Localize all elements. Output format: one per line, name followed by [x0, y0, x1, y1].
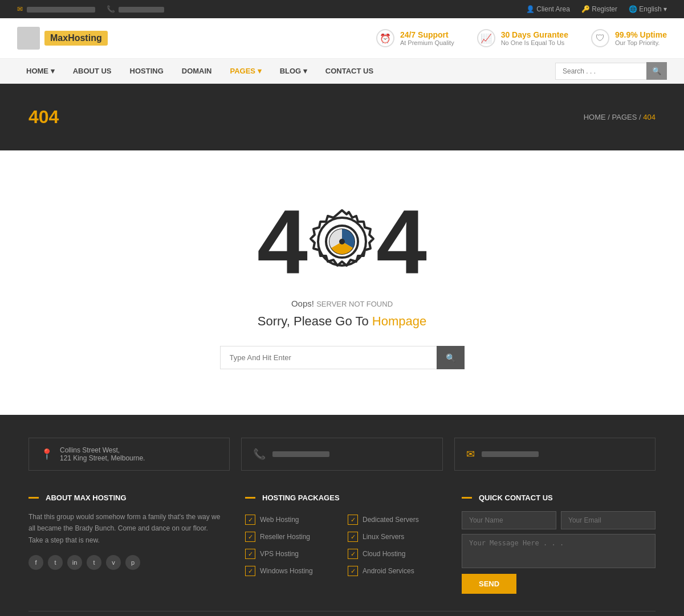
footer-bottom: © Maxhosting 2016. All Rights Reserved — [28, 611, 656, 616]
top-phone: 📞 — [107, 5, 165, 13]
hosting-list-col1: Web Hosting Reseller Hosting VPS Hosting… — [245, 511, 336, 580]
social-pinterest[interactable]: p — [125, 555, 140, 570]
footer-columns: ABOUT MAX HOSTING That this group would … — [28, 493, 656, 594]
nav-home[interactable]: HOME ▾ — [17, 59, 64, 83]
hero-banner: 404 HOME / PAGES / 404 — [0, 84, 684, 150]
nav-search: 🔍 — [555, 62, 667, 80]
hero-title: 404 — [28, 107, 59, 128]
homepage-link[interactable]: Hompage — [372, 314, 426, 328]
client-area-link[interactable]: 👤 Client Area — [526, 5, 570, 13]
list-item[interactable]: Web Hosting — [245, 511, 336, 528]
error-search-input[interactable] — [220, 346, 437, 369]
feature-support: ⏰ 24/7 Support At Premium Quality — [376, 29, 454, 47]
error-search-box: 🔍 — [17, 346, 667, 369]
error-search-button[interactable]: 🔍 — [437, 346, 465, 369]
nav-blog[interactable]: BLOG ▾ — [271, 59, 316, 83]
register-link[interactable]: 🔑 Register — [581, 5, 617, 13]
contact-message-input[interactable] — [462, 534, 656, 568]
search-input[interactable] — [555, 63, 646, 80]
contact-name-email-row — [462, 511, 656, 529]
footer-contact-row: 📍 Collins Street West, 121 King Street, … — [28, 438, 656, 471]
list-item[interactable]: Android Services — [348, 562, 439, 580]
feature-uptime-text: 99.9% Uptime Our Top Priority. — [615, 30, 667, 46]
breadcrumb: HOME / PAGES / 404 — [584, 113, 656, 121]
top-email: ✉ — [17, 5, 95, 13]
search-button[interactable]: 🔍 — [646, 62, 667, 80]
logo[interactable]: MaxHosting — [17, 27, 108, 50]
error-num-left: 4 — [257, 196, 308, 287]
social-vine[interactable]: v — [106, 555, 121, 570]
site-footer: 📍 Collins Street West, 121 King Street, … — [0, 415, 684, 616]
footer-email: ✉ — [454, 438, 656, 471]
hosting-list-col2: Dedicated Servers Linux Servers Cloud Ho… — [348, 511, 439, 580]
footer-phone: 📞 — [241, 438, 442, 471]
user-icon: 👤 — [526, 5, 535, 13]
send-button[interactable]: SEND — [462, 574, 516, 594]
site-header: MaxHosting ⏰ 24/7 Support At Premium Qua… — [0, 18, 684, 59]
hosting-list: Web Hosting Reseller Hosting VPS Hosting… — [245, 511, 439, 580]
social-links: f t in t v p — [28, 555, 222, 570]
social-twitter[interactable]: t — [48, 555, 63, 570]
feature-guarantee: 📈 30 Days Gurantee No One Is Equal To Us — [477, 29, 568, 47]
main-nav: HOME ▾ ABOUT US HOSTING DOMAIN PAGES ▾ B… — [0, 59, 684, 84]
nav-links: HOME ▾ ABOUT US HOSTING DOMAIN PAGES ▾ B… — [17, 59, 382, 83]
top-bar-left: ✉ 📞 — [17, 5, 164, 13]
about-title: ABOUT MAX HOSTING — [28, 493, 222, 502]
clock-icon: ⏰ — [376, 29, 394, 47]
globe-icon: 🌐 — [629, 5, 637, 13]
social-linkedin[interactable]: in — [67, 555, 82, 570]
list-item[interactable]: Windows Hosting — [245, 562, 336, 580]
shield-icon: 🛡 — [591, 29, 609, 47]
footer-address: 📍 Collins Street West, 121 King Street, … — [28, 438, 230, 471]
phone-value — [272, 451, 329, 457]
oops-text: Oops! SERVER NOT FOUND — [17, 299, 667, 308]
email-icon: ✉ — [466, 448, 475, 460]
error-num-right: 4 — [376, 196, 427, 287]
top-bar-right: 👤 Client Area 🔑 Register 🌐 English ▾ — [526, 5, 667, 13]
hosting-title: HOSTING PACKAGES — [245, 493, 439, 502]
svg-point-4 — [339, 239, 345, 244]
sorry-text: Sorry, Please Go To Hompage — [17, 314, 667, 329]
breadcrumb-current: 404 — [643, 113, 656, 121]
nav-about[interactable]: ABOUT US — [64, 59, 121, 83]
list-item[interactable]: Cloud Hosting — [348, 545, 439, 562]
feature-guarantee-text: 30 Days Gurantee No One Is Equal To Us — [501, 30, 568, 46]
key-icon: 🔑 — [581, 5, 590, 13]
nav-domain[interactable]: DOMAIN — [173, 59, 221, 83]
nav-pages[interactable]: PAGES ▾ — [221, 59, 270, 83]
quick-contact-title: QUICK CONTACT US — [462, 493, 656, 502]
breadcrumb-home[interactable]: HOME — [584, 113, 606, 121]
feature-uptime: 🛡 99.9% Uptime Our Top Priority. — [591, 29, 667, 47]
footer-col-hosting: HOSTING PACKAGES Web Hosting Reseller Ho… — [245, 493, 439, 594]
nav-hosting[interactable]: HOSTING — [121, 59, 173, 83]
gear-icon — [308, 207, 376, 276]
logo-image — [17, 27, 40, 50]
contact-email-input[interactable] — [561, 511, 656, 529]
contact-name-input[interactable] — [462, 511, 556, 529]
language-selector[interactable]: 🌐 English ▾ — [629, 5, 667, 13]
phone-icon: 📞 — [253, 448, 266, 460]
list-item[interactable]: Linux Servers — [348, 528, 439, 545]
social-facebook[interactable]: f — [28, 555, 43, 570]
footer-col-about: ABOUT MAX HOSTING That this group would … — [28, 493, 222, 594]
error-number-display: 4 4 — [17, 196, 667, 287]
header-features: ⏰ 24/7 Support At Premium Quality 📈 30 D… — [376, 29, 667, 47]
list-item[interactable]: VPS Hosting — [245, 545, 336, 562]
nav-contact[interactable]: CONTACT US — [316, 59, 382, 83]
address-icon: 📍 — [40, 448, 53, 460]
error-section: 4 4 Oops! SERVER NOT FOUND — [0, 150, 684, 415]
address-text: Collins Street West, 121 King Street, Me… — [60, 446, 145, 462]
email-value — [482, 451, 539, 457]
breadcrumb-pages[interactable]: PAGES — [612, 113, 637, 121]
social-tumblr[interactable]: t — [87, 555, 101, 570]
list-item[interactable]: Reseller Hosting — [245, 528, 336, 545]
feature-support-text: 24/7 Support At Premium Quality — [400, 30, 454, 46]
about-text: That this group would somehow form a fam… — [28, 511, 222, 546]
footer-col-contact: QUICK CONTACT US SEND — [462, 493, 656, 594]
top-bar: ✉ 📞 👤 Client Area 🔑 Register 🌐 English ▾ — [0, 0, 684, 18]
breadcrumb-sep1: / — [608, 113, 612, 121]
list-item[interactable]: Dedicated Servers — [348, 511, 439, 528]
logo-text: MaxHosting — [44, 31, 108, 46]
chart-icon: 📈 — [477, 29, 495, 47]
